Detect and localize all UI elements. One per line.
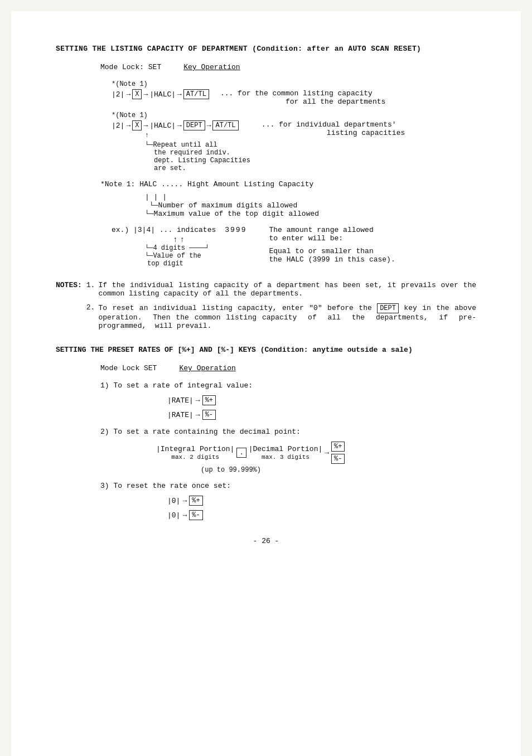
notes-section: NOTES: 1. If the individual listing capa… [56,281,476,330]
section2-key-op: Key Operation [179,364,235,372]
halc-diagram-line1: | | | [145,193,476,201]
x-key2: X [132,120,142,130]
op1-sequence: |2|→X→|HALC|→AT/TL [112,89,209,99]
notes-items: 1. If the individual listing capacity of… [86,281,476,330]
notes-label: NOTES: [56,281,82,289]
sub2-title: 2) To set a rate containing the decimal … [100,428,476,436]
section1-key-op: Key Operation [183,63,240,71]
sub3-title: 3) To reset the rate once set: [100,482,476,490]
op1-desc: ... for the common listing capacity for … [220,89,385,106]
decimal-op: |Integral Portion| max. 2 digits . |Deci… [156,442,476,464]
x-key: X [132,89,142,99]
note-num-1: 1. [86,281,95,298]
percent-minus-key: %- [202,410,216,420]
rate-op1: |RATE|→%+ [167,395,476,405]
range-line3: Equal to or smaller than [269,247,395,255]
range-line1: The amount range allowed [269,226,395,234]
range-line4: the HALC (3999 in this case). [269,255,395,264]
section2-mode-label: Mode Lock SET [100,364,157,372]
section2-title: SETTING THE PRESET RATES OF [%+] AND [%-… [56,346,476,354]
note-text-1: If the individual listing capacity of a … [98,281,476,298]
at-tl-key: AT/TL [183,89,209,99]
halc-diagram-line2: └─Number of maximum digits allowed [149,201,476,210]
example-block: ex.) |3|4| ... indicates 3999 ↑↑ └─4 dig… [112,226,246,268]
op2-sequence: |2|→X→|HALC|→DEPT→AT/TL ↑ └─Repeat until… [112,120,250,172]
sub2-note: (up to 99.999%) [201,466,476,474]
percent-minus-key2: %- [331,454,345,464]
page-number: - 26 - [56,537,476,545]
dept-key-ref: DEPT [377,303,399,313]
page: SETTING THE LISTING CAPACITY OF DEPARTME… [11,11,521,756]
op1-note: *(Note 1) [112,80,476,88]
reset-op1: |0|→%+ [167,496,476,506]
percent-plus-key3: %+ [189,496,202,506]
op2-note: *(Note 1) [112,112,476,119]
reset-op2: |0|→%- [167,510,476,520]
range-text: The amount range allowed to enter will b… [269,226,395,264]
section1-mode-label: Mode Lock: SET [100,63,161,71]
rate-op2: |RATE|→%- [167,410,476,420]
note1-title: *Note 1: HALC ..... Hight Amount Listing… [100,180,476,188]
at-tl-key2: AT/TL [212,120,238,130]
sub1-title: 1) To set a rate of integral value: [100,381,476,390]
op2-desc: ... for individual departments' listing … [262,120,405,137]
note-num-2: 2. [86,303,95,330]
section2-title-text: SETTING THE PRESET RATES OF [%+] AND [%-… [56,346,413,354]
dot-key: . [236,448,246,458]
percent-minus-key3: %- [189,510,202,520]
dept-key: DEPT [183,120,205,130]
halc-diagram-line3: └─Maximum value of the top digit allowed [145,210,476,218]
section1-title: SETTING THE LISTING CAPACITY OF DEPARTME… [56,45,476,53]
percent-plus-key: %+ [202,395,216,405]
range-line2: to enter will be: [269,234,395,243]
percent-plus-key2: %+ [331,442,345,452]
note-text-2: To reset an individual listing capacity,… [98,303,476,330]
